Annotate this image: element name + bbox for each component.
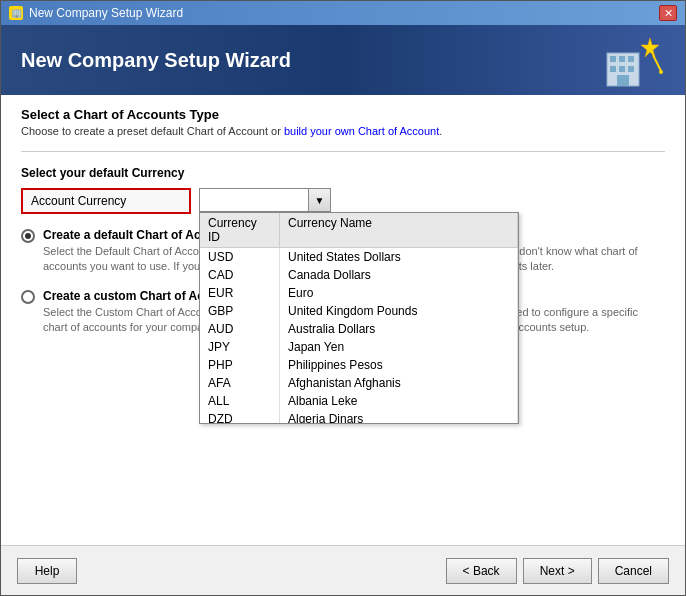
- currency-name-cell: Algeria Dinars: [280, 410, 518, 423]
- app-icon: 🏢: [9, 6, 23, 20]
- svg-point-10: [659, 70, 663, 74]
- currency-name-cell: Afghanistan Afghanis: [280, 374, 518, 392]
- dropdown-arrow-btn[interactable]: ▼: [309, 188, 331, 212]
- currency-list-container: Currency ID Currency Name USD United Sta…: [199, 212, 519, 424]
- currency-id-cell: GBP: [200, 302, 280, 320]
- currency-id-cell: AFA: [200, 374, 280, 392]
- title-bar-left: 🏢 New Company Setup Wizard: [9, 6, 183, 20]
- currency-id-cell: EUR: [200, 284, 280, 302]
- wizard-icon: [605, 33, 665, 88]
- currency-id-cell: ALL: [200, 392, 280, 410]
- currency-id-cell: DZD: [200, 410, 280, 423]
- header-band: New Company Setup Wizard: [1, 25, 685, 95]
- currency-name-cell: United Kingdom Pounds: [280, 302, 518, 320]
- list-item[interactable]: AUD Australia Dollars: [200, 320, 518, 338]
- list-item[interactable]: GBP United Kingdom Pounds: [200, 302, 518, 320]
- section-title: Select a Chart of Accounts Type: [21, 107, 665, 122]
- section-desc: Choose to create a preset default Chart …: [21, 125, 665, 137]
- nav-buttons: < Back Next > Cancel: [446, 558, 669, 584]
- currency-name-cell: Euro: [280, 284, 518, 302]
- list-item[interactable]: ALL Albania Leke: [200, 392, 518, 410]
- currency-dropdown[interactable]: ▼ Currency ID Currency Name USD United S…: [199, 188, 331, 212]
- svg-rect-4: [610, 66, 616, 72]
- currency-list-body[interactable]: USD United States Dollars CAD Canada Dol…: [200, 248, 518, 423]
- content-area: Select a Chart of Accounts Type Choose t…: [1, 95, 685, 545]
- list-item[interactable]: PHP Philippines Pesos: [200, 356, 518, 374]
- section-desc-link[interactable]: build your own Chart of Account: [284, 125, 439, 137]
- radio-btn-default[interactable]: [21, 229, 35, 243]
- currency-input[interactable]: [199, 188, 309, 212]
- cancel-button[interactable]: Cancel: [598, 558, 669, 584]
- list-item[interactable]: AFA Afghanistan Afghanis: [200, 374, 518, 392]
- col-header-id: Currency ID: [200, 213, 280, 247]
- list-item[interactable]: EUR Euro: [200, 284, 518, 302]
- currency-id-cell: USD: [200, 248, 280, 266]
- back-button[interactable]: < Back: [446, 558, 517, 584]
- col-header-name: Currency Name: [280, 213, 518, 247]
- svg-rect-3: [628, 56, 634, 62]
- svg-rect-1: [610, 56, 616, 62]
- list-item[interactable]: USD United States Dollars: [200, 248, 518, 266]
- currency-row: Account Currency ▼ Currency ID Currency …: [21, 188, 665, 214]
- bottom-bar: Help < Back Next > Cancel: [1, 545, 685, 595]
- currency-list-header: Currency ID Currency Name: [200, 213, 518, 248]
- main-window: 🏢 New Company Setup Wizard ✕ New Company…: [0, 0, 686, 596]
- svg-rect-5: [619, 66, 625, 72]
- header-title: New Company Setup Wizard: [21, 49, 291, 72]
- currency-section-label: Select your default Currency: [21, 166, 665, 180]
- title-bar: 🏢 New Company Setup Wizard ✕: [1, 1, 685, 25]
- next-button[interactable]: Next >: [523, 558, 592, 584]
- currency-name-cell: Canada Dollars: [280, 266, 518, 284]
- svg-rect-6: [628, 66, 634, 72]
- currency-id-cell: PHP: [200, 356, 280, 374]
- currency-id-cell: CAD: [200, 266, 280, 284]
- svg-line-9: [653, 55, 661, 71]
- window-title: New Company Setup Wizard: [29, 6, 183, 20]
- account-currency-label: Account Currency: [21, 188, 191, 214]
- currency-name-cell: Japan Yen: [280, 338, 518, 356]
- currency-name-cell: Australia Dollars: [280, 320, 518, 338]
- list-item[interactable]: DZD Algeria Dinars: [200, 410, 518, 423]
- currency-name-cell: Philippines Pesos: [280, 356, 518, 374]
- list-item[interactable]: JPY Japan Yen: [200, 338, 518, 356]
- svg-rect-2: [619, 56, 625, 62]
- svg-marker-8: [641, 38, 659, 57]
- currency-name-cell: Albania Leke: [280, 392, 518, 410]
- currency-id-cell: AUD: [200, 320, 280, 338]
- radio-btn-custom[interactable]: [21, 290, 35, 304]
- divider: [21, 151, 665, 152]
- currency-name-cell: United States Dollars: [280, 248, 518, 266]
- svg-rect-7: [617, 75, 629, 86]
- close-button[interactable]: ✕: [659, 5, 677, 21]
- help-button[interactable]: Help: [17, 558, 77, 584]
- section-desc-text: Choose to create a preset default Chart …: [21, 125, 284, 137]
- list-item[interactable]: CAD Canada Dollars: [200, 266, 518, 284]
- currency-id-cell: JPY: [200, 338, 280, 356]
